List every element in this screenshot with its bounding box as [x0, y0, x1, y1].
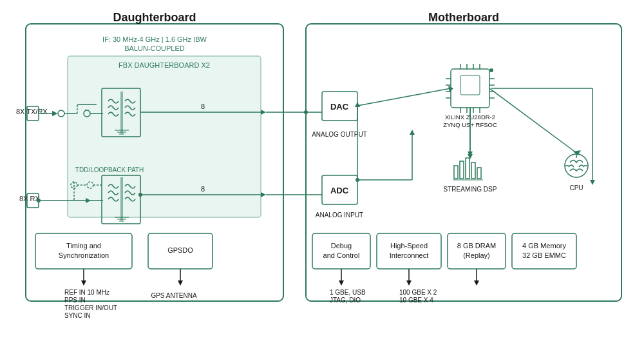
svg-text:ADC: ADC	[330, 186, 349, 195]
svg-text:PPS IN: PPS IN	[64, 297, 86, 304]
svg-point-92	[489, 68, 493, 72]
diagram-container: Daughterboard Motherboard IF: 30 MHz-4 G…	[13, 11, 631, 353]
svg-text:GPS ANTENNA: GPS ANTENNA	[151, 292, 196, 299]
svg-text:8 GB DRAM: 8 GB DRAM	[457, 242, 497, 250]
svg-text:IF: 30 MHz-4 GHz | 1.6 GHz IBW: IF: 30 MHz-4 GHz | 1.6 GHz IBW	[102, 35, 207, 43]
svg-text:TRIGGER IN/OUT: TRIGGER IN/OUT	[64, 304, 117, 311]
svg-text:BALUN-COUPLED: BALUN-COUPLED	[124, 44, 185, 52]
svg-point-31	[37, 199, 41, 202]
svg-text:TDD/LOOPBACK PATH: TDD/LOOPBACK PATH	[75, 166, 144, 173]
svg-text:Motherboard: Motherboard	[428, 11, 499, 24]
svg-text:Timing and: Timing and	[66, 242, 101, 250]
svg-text:CPU: CPU	[569, 184, 583, 191]
svg-text:32 GB EMMC: 32 GB EMMC	[522, 251, 566, 259]
svg-text:DAC: DAC	[330, 102, 349, 112]
svg-text:←: ←	[84, 106, 90, 113]
svg-text:Interconnect: Interconnect	[390, 251, 429, 259]
main-diagram-svg: Daughterboard Motherboard IF: 30 MHz-4 G…	[13, 11, 631, 353]
svg-text:and Control: and Control	[323, 251, 360, 259]
svg-text:Synchronization: Synchronization	[59, 251, 109, 259]
svg-text:8: 8	[201, 185, 205, 193]
svg-text:4 GB Memory: 4 GB Memory	[522, 242, 566, 250]
svg-text:8: 8	[201, 103, 205, 110]
svg-text:SYNC IN: SYNC IN	[64, 312, 91, 319]
svg-rect-7	[68, 56, 261, 217]
svg-text:High-Speed: High-Speed	[390, 242, 428, 250]
svg-text:STREAMING DSP: STREAMING DSP	[444, 186, 497, 193]
svg-text:GPSDO: GPSDO	[167, 246, 193, 254]
svg-text:↔: ↔	[37, 106, 44, 113]
svg-point-72	[304, 110, 308, 114]
svg-text:(Replay): (Replay)	[463, 251, 490, 259]
svg-text:FBX DAUGHTERBOARD X2: FBX DAUGHTERBOARD X2	[118, 61, 210, 69]
svg-text:10 GBE X 4: 10 GBE X 4	[399, 297, 433, 304]
svg-text:REF IN 10 MHz: REF IN 10 MHz	[64, 289, 109, 296]
svg-text:ANALOG OUTPUT: ANALOG OUTPUT	[312, 131, 367, 138]
svg-point-43	[138, 193, 142, 197]
svg-text:100 GBE X 2: 100 GBE X 2	[399, 289, 437, 296]
svg-text:1 GBE, USB: 1 GBE, USB	[330, 289, 366, 296]
svg-text:ANALOG INPUT: ANALOG INPUT	[316, 211, 363, 219]
svg-text:Debug: Debug	[331, 242, 352, 250]
svg-text:JTAG, DIO: JTAG, DIO	[330, 297, 361, 304]
svg-text:Daughterboard: Daughterboard	[113, 11, 196, 24]
